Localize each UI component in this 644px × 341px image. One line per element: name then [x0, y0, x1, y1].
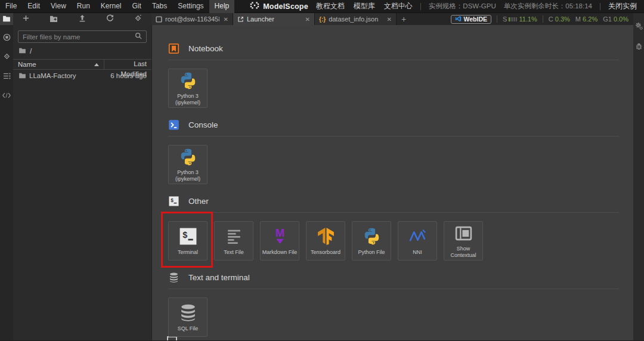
instance-spec: 实例规格：DSW-GPU: [429, 2, 496, 11]
file-browser-panel: / Name Last Modified LLaMA-Factory6 hour…: [13, 13, 151, 340]
brand-name: ModelScope: [263, 2, 308, 11]
breadcrumb-path: /: [30, 47, 32, 55]
menu-edit[interactable]: Edit: [22, 0, 45, 13]
launcher-card-text-file[interactable]: Text File: [214, 221, 253, 261]
divider: [600, 3, 600, 10]
sidebar-item-file-browser[interactable]: [0, 13, 13, 25]
section-title: Other: [188, 197, 209, 206]
menu-run[interactable]: Run: [72, 0, 95, 13]
menu-view[interactable]: View: [45, 0, 72, 13]
python-icon: [178, 70, 198, 91]
modelscope-brand: ModelScope: [250, 2, 308, 11]
dsw-workspace: FileEditViewRunKernelGitTabsSettingsHelp…: [0, 0, 644, 341]
terminal-light-icon: $: [168, 196, 179, 207]
home-folder-icon[interactable]: [18, 47, 26, 55]
new-launcher-button[interactable]: [23, 15, 29, 23]
settings-gears-icon[interactable]: [635, 21, 643, 32]
column-header-name[interactable]: Name: [13, 61, 104, 68]
git-clone-button[interactable]: [134, 14, 142, 24]
launcher-panel: NotebookPython 3 (ipykernel)ConsolePytho…: [151, 25, 633, 340]
menu-file[interactable]: File: [0, 0, 22, 13]
cpu-stat: C 0.3%: [549, 16, 570, 23]
file-browser-toolbar: [13, 13, 151, 25]
sidebar-item-running-sessions[interactable]: [0, 32, 13, 44]
launcher-section-text-and-terminal: Text and terminalSQL File: [168, 272, 619, 337]
webide-button[interactable]: WebIDE: [451, 15, 491, 24]
column-header-last-modified[interactable]: Last Modified: [104, 59, 151, 70]
terminal-light-icon: $: [178, 227, 198, 247]
modelscope-logo-icon: [250, 2, 259, 11]
gpu-stat: G1 0.0%: [603, 16, 628, 23]
filter-files-input[interactable]: [23, 33, 135, 41]
menu-git[interactable]: Git: [127, 0, 147, 13]
launcher-card-python-3-ipykernel[interactable]: Python 3 (ipykernel): [168, 145, 208, 184]
database-icon: [168, 272, 179, 283]
debug-bug-icon[interactable]: [636, 42, 642, 52]
menu-kernel[interactable]: Kernel: [95, 0, 127, 13]
refresh-button[interactable]: [106, 14, 114, 24]
menu-help[interactable]: Help: [209, 0, 235, 13]
launcher-card-python-file[interactable]: Python File: [352, 221, 391, 261]
markdown-icon: M: [270, 227, 290, 247]
launcher-card-sql-file[interactable]: SQL File: [168, 297, 208, 337]
menu-tabs[interactable]: Tabs: [147, 0, 172, 13]
sidebar-item-git[interactable]: [0, 51, 13, 63]
close-icon[interactable]: ✕: [386, 16, 392, 23]
topbar-links: 教程文档模型库文档中心: [316, 1, 413, 11]
tab-root-dsw-1163458-55f65l[interactable]: root@dsw-1163458-55f65l✕: [151, 13, 233, 25]
breadcrumb[interactable]: /: [13, 45, 151, 57]
tensorboard-icon: [316, 227, 336, 247]
divider: [543, 16, 543, 23]
topbar-link-[interactable]: 文档中心: [384, 1, 413, 11]
close-icon[interactable]: ✕: [222, 16, 228, 23]
topbar-link-[interactable]: 教程文档: [316, 1, 345, 11]
svg-text:$: $: [171, 197, 174, 203]
memory-stat: M 6.2%: [575, 16, 597, 23]
launcher-card-nni[interactable]: NNI: [398, 221, 437, 261]
launcher-card-markdown-file[interactable]: MMarkdown File: [260, 221, 299, 261]
partial-section-icon: [167, 336, 177, 340]
launcher-card-python-3-ipykernel[interactable]: Python 3 (ipykernel): [168, 69, 208, 108]
storage-gauge-icon: [509, 17, 517, 21]
right-sidebar: [633, 13, 644, 340]
storage-stat: S11.1%: [503, 16, 537, 23]
topbar-link-[interactable]: 模型库: [354, 1, 375, 11]
file-row-llama-factory[interactable]: LLaMA-Factory6 hours ago: [13, 70, 151, 81]
activity-bar: [0, 13, 13, 340]
sidebar-item-table-of-contents[interactable]: [0, 70, 13, 82]
tabbar-right: WebIDE S11.1% C 0.3% M 6.2% G1 0.0%: [451, 13, 633, 25]
new-tab-button[interactable]: +: [397, 13, 411, 25]
divider: [168, 289, 619, 289]
launcher-section-notebook: NotebookPython 3 (ipykernel): [168, 43, 619, 108]
notebook-icon: [168, 43, 179, 54]
divider: [168, 136, 619, 137]
tab-dataset-info-json[interactable]: {:}dataset_info.json✕: [315, 13, 397, 25]
new-folder-button[interactable]: [49, 15, 58, 24]
divider: [168, 212, 619, 213]
close-icon[interactable]: ✕: [304, 16, 310, 23]
database-icon: [178, 303, 198, 323]
launcher-section-other: $Other$TerminalText FileMMarkdown FileTe…: [168, 196, 619, 261]
launcher-tab-icon: [237, 16, 244, 23]
tab-bar: root@dsw-1163458-55f65l✕Launcher✕{:}data…: [151, 13, 633, 25]
launcher-card-tensorboard[interactable]: Tensorboard: [306, 221, 345, 261]
close-instance-button[interactable]: 关闭实例: [608, 1, 637, 11]
tab-launcher[interactable]: Launcher✕: [233, 13, 315, 25]
launcher-card-terminal[interactable]: $Terminal: [168, 221, 208, 261]
json-icon: {:}: [319, 16, 326, 23]
upload-button[interactable]: [79, 14, 86, 24]
list-icon: [3, 71, 11, 82]
launcher-card-show-contextual[interactable]: Show Contextual: [444, 221, 483, 261]
filter-files-box[interactable]: [18, 30, 147, 43]
nni-icon: [408, 227, 428, 247]
search-icon: [135, 32, 142, 41]
remaining-time: 单次实例剩余时长：05:18:14: [504, 2, 592, 11]
python-icon: [178, 147, 198, 167]
webide-logo-icon: [455, 16, 462, 23]
launcher-section-console: ConsolePython 3 (ipykernel): [168, 119, 619, 184]
git-icon: [3, 52, 11, 63]
code-icon: [2, 90, 11, 101]
console-icon: [168, 119, 179, 131]
sidebar-item-extensions[interactable]: [0, 89, 13, 101]
menu-settings[interactable]: Settings: [172, 0, 209, 13]
